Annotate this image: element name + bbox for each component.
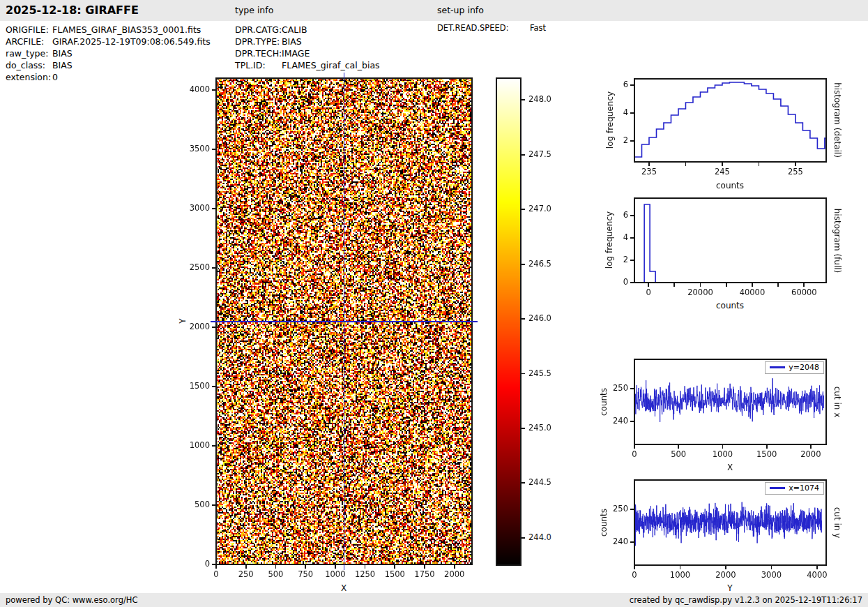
legend-label: x=1074	[789, 484, 819, 493]
tick-mark	[521, 209, 525, 210]
meta-value: BIAS	[52, 48, 73, 59]
tick-mark	[275, 564, 277, 569]
histogram-detail-plot	[634, 79, 826, 162]
tick-label: 1500	[190, 382, 210, 391]
tick-mark	[680, 565, 681, 569]
tick-label: 245.5	[528, 370, 551, 378]
tick-label: 1000	[325, 571, 345, 579]
meta-value: BIAS	[282, 36, 302, 47]
tick-label: 2500	[190, 264, 210, 272]
tick-label: 240	[613, 538, 628, 546]
tick-mark	[700, 283, 701, 287]
meta-label: do_class:	[6, 60, 52, 70]
tick-mark	[521, 482, 525, 484]
tick-label: 1000	[713, 451, 733, 459]
tick-mark	[722, 444, 724, 449]
tick-label: 235	[641, 168, 657, 177]
type-info-heading: type info	[235, 0, 273, 21]
page-title: 2025-12-18: GIRAFFE	[6, 0, 139, 21]
meta-value: FLAMES_giraf_cal_bias	[282, 60, 380, 70]
footer-created-by: created by qc_rawdisp.py v1.2.3 on 2025-…	[630, 593, 862, 607]
tick-mark	[212, 504, 216, 506]
tick-mark	[630, 388, 634, 389]
tick-mark	[335, 564, 336, 569]
cut-x-legend: y=2048	[765, 361, 824, 374]
tick-label: 750	[298, 571, 313, 579]
tick-mark	[630, 421, 634, 422]
tick-mark	[630, 509, 634, 510]
tick-label: 4	[623, 234, 628, 242]
main-x-axis-label: X	[341, 583, 347, 593]
hist-full-right-label: histogram (full)	[832, 209, 842, 273]
meta-row-origfile: ORIGFILE:FLAMES_GIRAF_BIAS353_0001.fits	[6, 24, 201, 35]
hist-full-y-axis-label: log frequency	[604, 211, 614, 269]
setup-info-heading: set-up info	[437, 0, 484, 21]
tick-label: 245.0	[528, 424, 551, 433]
tick-mark	[521, 99, 525, 100]
meta-row-do-class: do_class:BIAS	[6, 60, 73, 70]
tick-label: 2000	[444, 571, 464, 579]
tick-label: 60000	[791, 289, 817, 297]
meta-value: IMAGE	[282, 48, 310, 59]
tick-label: 246.0	[528, 315, 551, 323]
tick-mark	[521, 154, 525, 156]
tick-label: 246.5	[528, 260, 551, 269]
tick-label: 1500	[756, 451, 777, 459]
tick-label: 0	[632, 571, 637, 580]
tick-label: 1500	[385, 571, 405, 579]
meta-row-raw-type: raw_type:BIAS	[6, 48, 73, 59]
crosshair-horizontal-line	[211, 321, 478, 322]
cut-y-x-axis-label: Y	[727, 583, 732, 593]
cut-y-legend: x=1074	[765, 482, 824, 495]
tick-mark	[634, 565, 635, 569]
meta-value: GIRAF.2025-12-19T09:08:06.549.fits	[52, 36, 211, 47]
cut-x-x-axis-label: X	[727, 463, 733, 472]
tick-label: 245	[715, 168, 730, 177]
meta-value: CALIB	[282, 24, 307, 35]
tick-mark	[212, 267, 216, 269]
main-y-axis-label: Y	[178, 318, 188, 323]
tick-mark	[630, 237, 634, 239]
meta-label: ARCFILE:	[6, 36, 52, 47]
meta-row-extension: extension:0	[6, 72, 58, 82]
meta-row-dpr-type: DPR.TYPE:BIAS	[235, 36, 302, 47]
tick-label: 3500	[190, 145, 210, 153]
cut-y-y-axis-label: counts	[599, 509, 609, 537]
tick-label: 4000	[807, 571, 827, 580]
legend-label: y=2048	[789, 363, 819, 372]
tick-label: 0	[646, 289, 650, 297]
tick-mark	[305, 564, 306, 569]
tick-mark	[630, 112, 634, 114]
tick-mark	[212, 386, 216, 387]
tick-label: 0	[623, 278, 628, 287]
meta-label: TPL.ID:	[235, 60, 282, 70]
tick-mark	[678, 444, 679, 449]
tick-mark	[454, 564, 455, 569]
cut-x-right-label: cut in x	[832, 387, 842, 418]
tick-mark	[685, 162, 687, 166]
tick-label: 247.0	[528, 205, 551, 213]
cut-x-y-axis-label: counts	[599, 388, 609, 416]
tick-label: 20000	[687, 289, 713, 297]
tick-mark	[816, 565, 818, 569]
tick-mark	[630, 541, 634, 543]
tick-mark	[630, 215, 634, 216]
meta-row-arcfile: ARCFILE:GIRAF.2025-12-19T09:08:06.549.fi…	[6, 36, 211, 47]
meta-label: DPR.TECH:	[235, 48, 282, 59]
tick-mark	[424, 564, 425, 569]
histogram-full-plot	[634, 198, 826, 283]
meta-row-dpr-tech: DPR.TECH:IMAGE	[235, 48, 310, 59]
meta-label: extension:	[6, 72, 52, 82]
tick-mark	[212, 149, 216, 150]
cut-y-right-label: cut in y	[832, 507, 842, 539]
tick-label: 250	[613, 384, 628, 393]
tick-mark	[777, 283, 779, 287]
hist-detail-right-label: histogram (detail)	[832, 82, 842, 158]
tick-mark	[795, 162, 796, 166]
tick-label: 244.5	[528, 479, 551, 488]
tick-mark	[726, 283, 727, 287]
tick-mark	[212, 564, 216, 565]
meta-row-tpl-id: TPL.ID:FLAMES_giraf_cal_bias	[235, 60, 380, 70]
tick-mark	[365, 564, 366, 569]
tick-label: 6	[623, 211, 628, 220]
